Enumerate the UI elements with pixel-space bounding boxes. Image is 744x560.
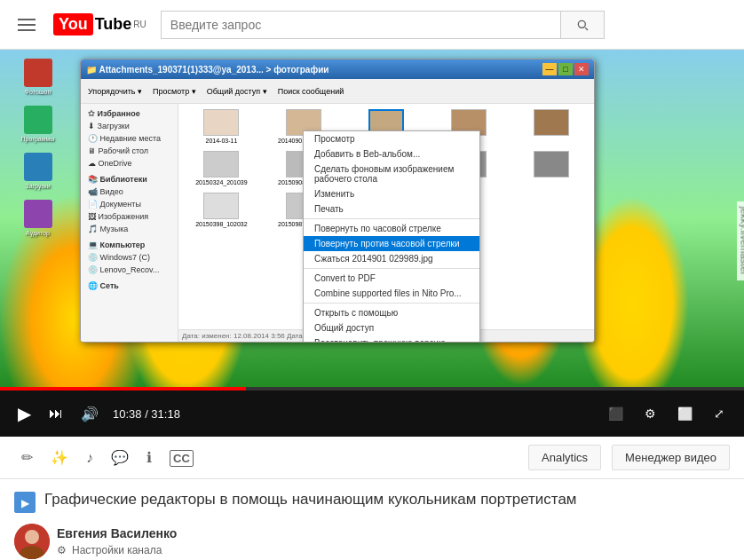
captions-button[interactable]: ⬛ <box>603 403 629 424</box>
subtitles-button[interactable]: 💬 <box>104 444 136 471</box>
progress-track[interactable] <box>0 387 744 390</box>
theater-button[interactable]: ⬜ <box>672 403 698 424</box>
file-item[interactable] <box>511 107 590 146</box>
logo-tube: Tube <box>95 15 132 34</box>
audio-button[interactable]: ♪ <box>79 445 100 471</box>
settings-button[interactable]: ⚙ <box>639 403 661 424</box>
video-player: Фотошоп Программы Загрузки Аудитор 📁 Att… <box>0 50 744 437</box>
sidebar-lenovo[interactable]: 💿 Lenovo_Recov... <box>84 264 174 276</box>
window-titlebar: 📁 Attachments_190371(1)333@ya_2013... > … <box>81 59 594 79</box>
search-button[interactable] <box>560 11 605 39</box>
context-menu: Просмотр Добавить в Вeb-альбом... Сделат… <box>303 130 480 343</box>
cc-icon: CC <box>170 450 194 467</box>
skip-button[interactable]: ⏭ <box>45 402 67 425</box>
ctx-print[interactable]: Печать <box>304 201 479 217</box>
hamburger-menu[interactable] <box>14 15 39 35</box>
window-sidebar: ✩ Избранное ⬇ Загрузки 🕐 Недавние места … <box>81 104 178 342</box>
video-info: ▶ Графические редакторы в помощь начинаю… <box>0 479 744 560</box>
toolbar-organize[interactable]: Упорядочить ▾ <box>84 85 146 98</box>
ctx-rotate-ccw[interactable]: Повернуть против часовой стрелки <box>304 236 479 251</box>
wand-icon: ✨ <box>51 450 68 465</box>
watermark: jekky.livemaster <box>737 201 744 280</box>
ctx-compress[interactable]: Сжаться 2014901 029989.jpg <box>304 251 479 266</box>
toolbar-print[interactable]: Поиск сообщений <box>274 85 348 98</box>
ctx-rotate-cw[interactable]: Повернуть по часовой стрелке <box>304 221 479 236</box>
video-manager-button[interactable]: Менеджер видео <box>612 445 730 470</box>
search-input[interactable] <box>161 11 560 39</box>
sidebar-docs[interactable]: 📄 Документы <box>84 198 174 210</box>
edit-button[interactable]: ✏ <box>14 444 40 471</box>
settings-icon: ⚙ <box>645 406 656 421</box>
channel-row: Евгения Василенко ⚙ Настройки канала <box>14 520 730 560</box>
logo-you: You <box>53 13 93 35</box>
window-controls: — □ ✕ <box>542 63 589 75</box>
music-icon: ♪ <box>86 450 93 465</box>
search-icon <box>575 18 590 32</box>
info-button[interactable]: ℹ <box>139 444 159 471</box>
window-maximize[interactable]: □ <box>558 63 573 75</box>
sidebar-images[interactable]: 🖼 Изображения <box>84 210 174 223</box>
file-item[interactable] <box>511 149 590 187</box>
ctx-open-with[interactable]: Открыть с помощью <box>304 305 479 320</box>
sidebar-desktop[interactable]: 🖥 Рабочий стол <box>84 145 174 157</box>
window-content: ✩ Избранное ⬇ Загрузки 🕐 Недавние места … <box>81 104 594 342</box>
channel-name[interactable]: Евгения Василенко <box>57 526 177 540</box>
progress-fill <box>0 387 246 390</box>
play-button[interactable]: ▶ <box>14 399 35 428</box>
gear-icon: ⚙ <box>57 544 67 556</box>
ctx-combine[interactable]: Combine supported files in Nito Pro... <box>304 286 479 301</box>
ctx-viewer[interactable]: Просмотр <box>304 131 479 146</box>
video-frame[interactable]: Фотошоп Программы Загрузки Аудитор 📁 Att… <box>0 50 744 387</box>
ctx-edit[interactable]: Изменить <box>304 186 479 201</box>
video-title: Графические редакторы в помощь начинающи… <box>44 490 577 509</box>
enhance-button[interactable]: ✨ <box>44 444 75 471</box>
volume-icon: 🔊 <box>81 406 99 422</box>
sidebar-recent[interactable]: 🕐 Недавние места <box>84 132 174 145</box>
analytics-button[interactable]: Analytics <box>528 445 601 470</box>
channel-avatar[interactable] <box>14 524 50 559</box>
sidebar-onedrive[interactable]: ☁ OneDrive <box>84 157 174 170</box>
desktop-icon-2: Программы <box>4 106 71 142</box>
progress-area[interactable] <box>0 387 744 390</box>
svg-text:▶: ▶ <box>21 497 30 509</box>
windows-explorer: 📁 Attachments_190371(1)333@ya_2013... > … <box>80 59 595 343</box>
theater-icon: ⬜ <box>677 406 693 421</box>
logo[interactable]: You Tube RU <box>53 13 146 35</box>
ctx-sep-3 <box>304 303 479 304</box>
ctx-convert-pdf[interactable]: Convert to PDF <box>304 271 479 286</box>
sidebar-videos[interactable]: 📹 Видео <box>84 185 174 198</box>
toolbar-slideshow[interactable]: Просмотр ▾ <box>149 85 200 98</box>
sidebar-music[interactable]: 🎵 Музыка <box>84 223 174 235</box>
file-item[interactable]: 20150398_102032 <box>182 191 261 229</box>
window-toolbar: Упорядочить ▾ Просмотр ▾ Общий доступ ▾ … <box>81 79 594 104</box>
ctx-share[interactable]: Общий доступ <box>304 320 479 335</box>
desktop-icon-3: Загрузки <box>4 153 71 189</box>
time-display: 10:38 / 31:18 <box>113 407 180 421</box>
window-minimize[interactable]: — <box>542 63 557 75</box>
channel-settings[interactable]: ⚙ Настройки канала <box>57 544 177 556</box>
window-close[interactable]: ✕ <box>574 63 589 75</box>
logo-ru: RU <box>133 20 146 29</box>
play-icon: ▶ <box>18 403 31 424</box>
info-icon: ℹ <box>146 450 152 465</box>
ctx-restore[interactable]: Восстановить прежнюю версию <box>304 335 479 343</box>
ctx-wallpaper[interactable]: Сделать фоновым изображением рабочего ст… <box>304 162 479 186</box>
volume-button[interactable]: 🔊 <box>77 402 102 426</box>
file-item[interactable]: 20150324_201039 <box>182 149 261 187</box>
channel-icon-small: ▶ <box>14 492 36 513</box>
window-title: 📁 Attachments_190371(1)333@ya_2013... > … <box>86 65 328 75</box>
cc-button[interactable]: CC <box>162 445 201 471</box>
ctx-web-album[interactable]: Добавить в Вeb-альбом... <box>304 146 479 162</box>
captions-icon: ⬛ <box>608 406 623 421</box>
desktop-icon-4: Аудитор <box>4 200 71 236</box>
sidebar-downloads[interactable]: ⬇ Загрузки <box>84 120 174 132</box>
channel-info: Евгения Василенко ⚙ Настройки канала <box>57 526 177 556</box>
sidebar-windows[interactable]: 💿 Windows7 (C) <box>84 251 174 264</box>
video-controls: ▶ ⏭ 🔊 10:38 / 31:18 ⬛ ⚙ ⬜ ⤢ <box>0 390 744 437</box>
file-item[interactable]: 2014-03-11 <box>182 107 261 146</box>
toolbar-share[interactable]: Общий доступ ▾ <box>203 85 271 98</box>
desktop-icon-1: Фотошоп <box>4 59 71 95</box>
settings-label[interactable]: Настройки канала <box>72 544 162 556</box>
fullscreen-button[interactable]: ⤢ <box>708 403 730 424</box>
header: You Tube RU <box>0 0 744 50</box>
